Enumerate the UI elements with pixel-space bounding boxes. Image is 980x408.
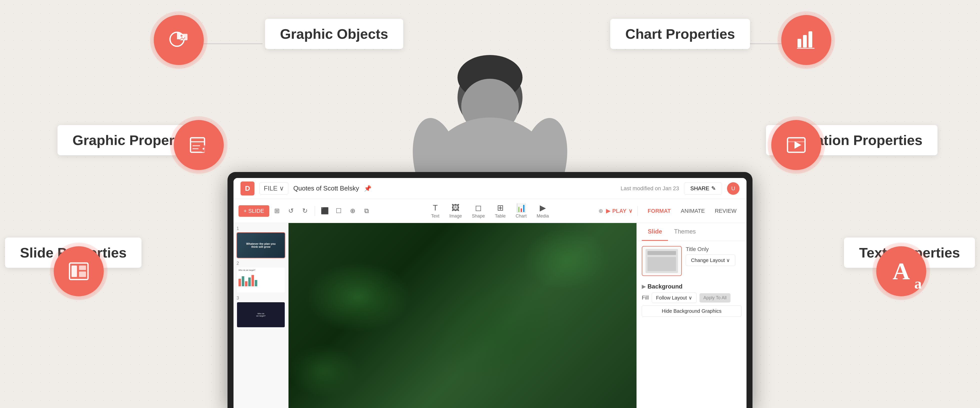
fill-label: Fill (642, 295, 649, 301)
text-properties-icon: A (892, 259, 910, 283)
graphic-objects-icon (167, 27, 190, 53)
text-tool-icon: T (433, 203, 438, 212)
text-properties-a-small: a (914, 275, 922, 292)
zoom-control[interactable]: ⊕ (598, 208, 603, 214)
slide-2-title: Who do we target? (239, 269, 283, 271)
media-tool-icon: ▶ (540, 203, 546, 212)
shape-tool[interactable]: ◻ Shape (472, 203, 485, 219)
right-toolbar: ⊕ ▶ PLAY ∨ FORMAT ANIMATE REVIEW (598, 205, 741, 217)
format-tab[interactable]: FORMAT (643, 205, 676, 217)
slide-2-number: 2 (237, 261, 285, 266)
layout-name: Title Only (686, 246, 735, 252)
slide-3-thumb[interactable]: Who dowe target? (237, 302, 285, 328)
animation-properties-circle-outer (767, 116, 825, 174)
graphic-objects-label: Graphic Objects (280, 26, 388, 42)
graphic-properties-circle[interactable] (174, 120, 224, 170)
media-tool-label: Media (537, 214, 549, 219)
background-arrow: ▶ (642, 284, 646, 290)
animation-properties-circle[interactable] (771, 120, 821, 170)
text-tool[interactable]: T Text (431, 203, 439, 219)
image-tool[interactable]: 🖼 Image (449, 203, 462, 219)
slide-2-thumb[interactable]: Who do we target? (237, 267, 285, 293)
play-dropdown-arrow: ∨ (628, 208, 633, 214)
graphic-objects-circle[interactable] (154, 15, 204, 65)
slide-properties-circle[interactable] (54, 246, 104, 296)
apply-to-all-button[interactable]: Apply To All (700, 293, 731, 303)
follow-layout-dropdown[interactable]: Follow Layout ∨ (652, 293, 696, 303)
table-tool-label: Table (495, 214, 506, 219)
hide-background-button[interactable]: Hide Background Graphics (642, 306, 741, 317)
format-tabs: FORMAT ANIMATE REVIEW (643, 205, 741, 217)
media-tool[interactable]: ▶ Media (537, 203, 549, 219)
svg-rect-39 (79, 271, 86, 277)
chart-tool-icon: 📊 (516, 203, 526, 212)
monitor-screen: D FILE ∨ Quotes of Scott Belsky 📌 Last m… (234, 178, 746, 408)
slide-tab[interactable]: Slide (642, 223, 668, 241)
canvas-background (288, 223, 636, 408)
center-toolbar: T Text 🖼 Image ◻ Shape ⊞ Table (431, 203, 549, 219)
slide-sorter-button[interactable]: ⊞ (271, 205, 283, 217)
toolbar-icon-4[interactable]: ⧉ (361, 205, 373, 217)
background-section-title: ▶ Background (642, 283, 741, 290)
change-layout-button[interactable]: Change Layout ∨ (686, 255, 735, 266)
chart-tool[interactable]: 📊 Chart (516, 203, 527, 219)
right-panel-content: Title Only Change Layout ∨ ▶ Backgroun (637, 241, 746, 322)
topbar-logo: D (240, 182, 255, 196)
review-tab[interactable]: REVIEW (710, 205, 741, 217)
topbar: D FILE ∨ Quotes of Scott Belsky 📌 Last m… (234, 178, 746, 199)
slide-1-number: 1 (237, 226, 285, 231)
user-avatar[interactable]: U (727, 182, 740, 195)
right-panel-tabs: Slide Themes (637, 223, 746, 241)
slide-properties-circle-outer (50, 242, 108, 300)
file-menu[interactable]: FILE ∨ (259, 182, 288, 194)
slide-2-bars (239, 274, 283, 286)
chart-tool-label: Chart (516, 214, 527, 219)
image-tool-label: Image (449, 214, 462, 219)
graphic-objects-circle-outer (150, 11, 207, 69)
table-tool[interactable]: ⊞ Table (495, 203, 506, 219)
shape-tool-label: Shape (472, 214, 485, 219)
themes-tab[interactable]: Themes (668, 223, 702, 241)
modified-text: Last modified on Jan 23 (621, 185, 679, 192)
table-tool-icon: ⊞ (497, 203, 504, 212)
toolbar-icon-1[interactable]: ⬛ (318, 205, 331, 217)
slide-3-text: Who dowe target? (256, 312, 266, 317)
slide-2-container: 2 Who do we target? (237, 261, 285, 293)
add-slide-button[interactable]: + SLIDE (239, 205, 269, 217)
pin-icon: 📌 (364, 185, 372, 192)
text-tool-label: Text (431, 214, 439, 219)
monitor-outer: D FILE ∨ Quotes of Scott Belsky 📌 Last m… (228, 172, 752, 408)
toolbar: + SLIDE ⊞ ↺ ↻ ⬛ ☐ ⊕ ⧉ T Text 🖼 Ima (234, 199, 746, 223)
svg-rect-38 (79, 266, 86, 270)
svg-rect-24 (808, 31, 812, 48)
svg-rect-37 (72, 266, 77, 277)
slide-3-container: 3 Who dowe target? (237, 295, 285, 328)
toolbar-icon-3[interactable]: ⊕ (347, 205, 359, 217)
canvas-area[interactable] (288, 223, 636, 408)
share-button[interactable]: SHARE ✎ (684, 183, 722, 194)
animate-tab[interactable]: ANIMATE (676, 205, 710, 217)
play-triangle: ▶ (606, 208, 610, 214)
slide-3-number: 3 (237, 295, 285, 301)
svg-marker-34 (794, 141, 801, 149)
undo-button[interactable]: ↺ (285, 205, 297, 217)
fill-row: Fill Follow Layout ∨ Apply To All (642, 293, 741, 303)
text-properties-circle-outer: A a (872, 242, 930, 300)
dropdown-arrow: ∨ (689, 295, 692, 301)
slide-panel: 1 Whatever the plan youthink will grow 2 (234, 223, 288, 408)
slide-1-thumb[interactable]: Whatever the plan youthink will grow (237, 232, 285, 258)
right-panel: Slide Themes Title O (636, 223, 746, 408)
chart-properties-circle-outer (778, 11, 835, 69)
chart-properties-circle[interactable] (781, 15, 831, 65)
text-properties-circle[interactable]: A a (876, 246, 926, 296)
slide-1-container: 1 Whatever the plan youthink will grow (237, 226, 285, 258)
main-area: 1 Whatever the plan youthink will grow 2 (234, 223, 746, 408)
play-button[interactable]: ▶ PLAY ∨ (606, 208, 633, 214)
shape-tool-icon: ◻ (475, 203, 482, 212)
svg-rect-22 (797, 39, 801, 48)
graphic-objects-label-box: Graphic Objects (265, 19, 403, 49)
redo-button[interactable]: ↻ (299, 205, 311, 217)
slide-1-text: Whatever the plan youthink will grow (244, 240, 277, 250)
toolbar-icon-2[interactable]: ☐ (332, 205, 345, 217)
image-tool-icon: 🖼 (452, 203, 460, 212)
